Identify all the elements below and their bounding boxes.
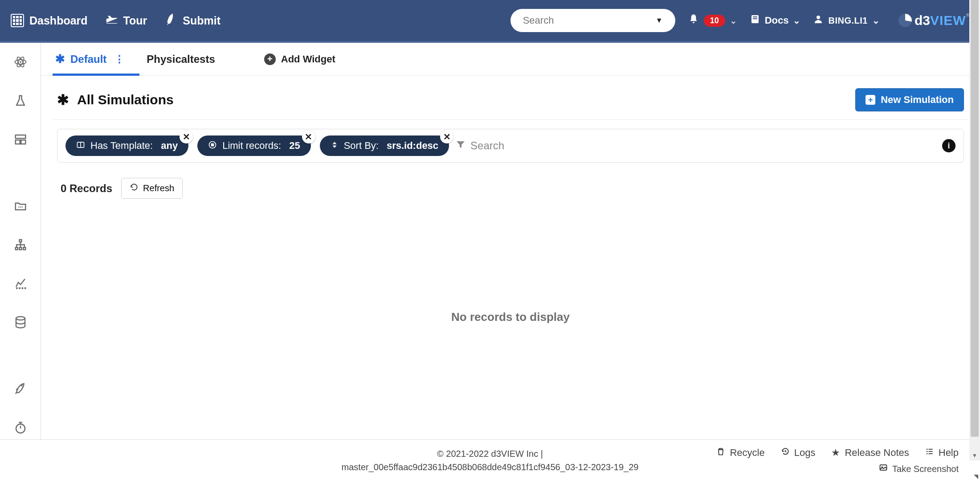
footer: © 2021-2022 d3VIEW Inc | master_00e5ffaa… <box>0 439 980 480</box>
footer-release-notes[interactable]: ★ Release Notes <box>831 447 909 459</box>
new-simulation-label: New Simulation <box>881 94 954 106</box>
nav-user[interactable]: BING.LI1 ⌄ <box>813 14 879 27</box>
new-simulation-button[interactable]: + New Simulation <box>855 88 964 111</box>
nav-docs[interactable]: Docs ⌄ <box>750 14 801 27</box>
footer-copyright: © 2021-2022 d3VIEW Inc | <box>342 447 639 460</box>
separator <box>53 119 968 120</box>
svg-rect-19 <box>19 287 20 289</box>
footer-release-label: Release Notes <box>845 447 909 459</box>
svg-rect-14 <box>19 240 21 242</box>
tab-physicaltests[interactable]: Physicaltests <box>147 43 215 75</box>
footer-logs-label: Logs <box>794 447 816 459</box>
filter-limit-label: Limit records: <box>222 140 281 152</box>
nav-dashboard-label: Dashboard <box>29 14 88 27</box>
close-icon[interactable]: ✕ <box>440 130 453 144</box>
flask-icon[interactable] <box>14 94 27 111</box>
scroll-thumb[interactable] <box>971 0 979 437</box>
person-icon <box>813 14 824 27</box>
global-search[interactable]: ▼ <box>510 9 675 32</box>
nav-docs-label: Docs <box>765 15 789 26</box>
asterisk-icon: ✱ <box>55 52 65 66</box>
svg-point-7 <box>20 61 21 63</box>
footer-recycle[interactable]: Recycle <box>716 447 764 459</box>
database-icon[interactable] <box>14 316 27 332</box>
tab-physical-label: Physicaltests <box>147 53 215 66</box>
footer-screenshot[interactable]: Take Screenshot <box>879 463 959 475</box>
chevron-down-icon: ⌄ <box>793 15 800 26</box>
page-title: All Simulations <box>77 92 174 107</box>
footer-logs[interactable]: Logs <box>781 447 816 459</box>
book-icon <box>750 14 760 27</box>
sitemap-icon[interactable] <box>14 238 27 254</box>
chevron-down-icon: ⌄ <box>730 15 737 26</box>
records-row: 0 Records Refresh <box>41 163 980 203</box>
close-icon[interactable]: ✕ <box>302 130 315 144</box>
svg-rect-10 <box>21 140 25 144</box>
star-icon: ★ <box>831 447 840 459</box>
stop-icon <box>208 140 217 152</box>
filter-sort-label: Sort By: <box>344 140 379 152</box>
refresh-label: Refresh <box>143 183 174 193</box>
caret-down-icon[interactable]: ▼ <box>656 16 663 25</box>
filter-search-placeholder[interactable]: Search <box>470 139 504 152</box>
svg-rect-1 <box>753 16 757 17</box>
nav-tour[interactable]: Tour <box>106 13 147 29</box>
layout-icon[interactable] <box>14 133 27 149</box>
svg-point-13 <box>21 206 23 208</box>
footer-links: Recycle Logs ★ Release Notes Help <box>716 447 959 459</box>
filter-icon[interactable] <box>455 139 466 152</box>
plane-icon <box>106 13 118 29</box>
notifications[interactable]: 10 ⌄ <box>688 13 737 28</box>
svg-point-33 <box>927 451 928 452</box>
footer-help[interactable]: Help <box>925 447 959 459</box>
rocket-side-icon[interactable] <box>14 382 27 398</box>
body-row: ✱ Default ⋮ Physicaltests + Add Widget ✱… <box>0 43 980 480</box>
top-navbar: Dashboard Tour Submit ▼ <box>0 0 980 41</box>
plus-circle-icon: + <box>264 53 276 65</box>
close-icon[interactable]: ✕ <box>180 130 193 144</box>
page-title-group: ✱ All Simulations <box>57 91 174 108</box>
tab-default[interactable]: ✱ Default ⋮ <box>55 43 124 75</box>
filter-chip-sort[interactable]: Sort By: srs.id:desc ✕ <box>320 135 449 156</box>
brand-logo[interactable]: d3VIEW® <box>898 13 969 28</box>
folder-group-icon[interactable] <box>14 199 27 216</box>
svg-rect-21 <box>24 287 26 289</box>
atom-icon[interactable] <box>14 55 27 72</box>
rocket-icon <box>163 11 179 29</box>
stopwatch-icon[interactable] <box>14 421 27 437</box>
nav-dashboard[interactable]: Dashboard <box>11 14 88 27</box>
trash-icon <box>716 447 725 459</box>
filter-sort-value: srs.id:desc <box>387 140 438 152</box>
nav-submit-label: Submit <box>183 14 220 27</box>
filter-chip-limit[interactable]: Limit records: 25 ✕ <box>197 135 311 156</box>
svg-point-3 <box>817 16 820 19</box>
info-icon[interactable]: i <box>942 139 956 152</box>
image-icon <box>879 463 888 475</box>
scrollbar[interactable]: ▲ ▼ <box>969 0 980 460</box>
svg-point-11 <box>18 206 20 208</box>
nav-submit[interactable]: Submit <box>165 13 220 29</box>
template-icon <box>76 140 85 152</box>
left-sidebar <box>0 43 41 480</box>
filter-chip-template[interactable]: Has Template: any ✕ <box>65 135 188 156</box>
nav-tour-label: Tour <box>123 14 147 27</box>
notification-badge: 10 <box>704 15 725 27</box>
filter-bar: Has Template: any ✕ Limit records: 25 ✕ <box>57 129 964 163</box>
footer-center: © 2021-2022 d3VIEW Inc | master_00e5ffaa… <box>342 447 639 474</box>
chart-icon[interactable] <box>14 277 27 293</box>
tab-menu-icon[interactable]: ⋮ <box>114 53 124 65</box>
svg-rect-9 <box>15 140 20 144</box>
sort-icon <box>331 141 339 151</box>
search-input[interactable] <box>523 15 656 26</box>
svg-rect-2 <box>753 18 757 19</box>
pie-icon <box>898 14 912 27</box>
empty-state: No records to display <box>41 310 980 324</box>
svg-rect-16 <box>19 247 21 250</box>
chevron-down-icon: ⌄ <box>872 15 880 26</box>
scroll-down-icon[interactable]: ▼ <box>969 451 980 460</box>
svg-rect-15 <box>15 247 17 250</box>
add-widget-label: Add Widget <box>281 53 335 65</box>
add-widget-button[interactable]: + Add Widget <box>264 53 335 65</box>
refresh-button[interactable]: Refresh <box>121 178 183 199</box>
bell-icon <box>688 13 699 28</box>
